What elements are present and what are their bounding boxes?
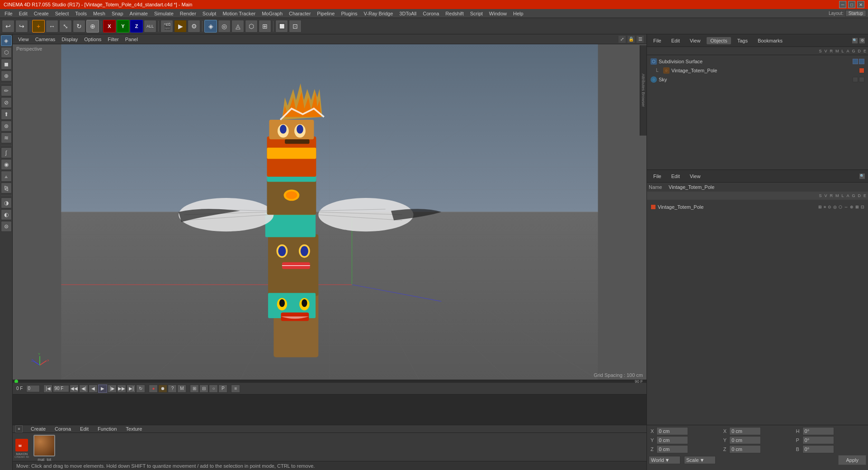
menu-simulate[interactable]: Simulate <box>151 10 176 17</box>
sky-check1[interactable] <box>853 77 858 82</box>
vp-menu-cameras[interactable]: Cameras <box>33 36 58 43</box>
snap-btn[interactable]: 🔲 <box>275 20 288 33</box>
next-frame-btn[interactable]: ▶▶ <box>117 385 126 393</box>
attr-tab-edit[interactable]: Edit <box>668 173 684 180</box>
menu-edit[interactable]: Edit <box>16 10 30 17</box>
menu-tools[interactable]: Tools <box>72 10 90 17</box>
tool-knife[interactable]: ⊘ <box>1 97 12 108</box>
menu-pipeline[interactable]: Pipeline <box>314 10 337 17</box>
attr-icon9[interactable]: ⊡ <box>861 205 864 209</box>
menu-script[interactable]: Script <box>467 10 486 17</box>
tool-points[interactable]: ⬡ <box>1 47 12 58</box>
scale-tool[interactable]: ⤡ <box>59 20 72 33</box>
frame-end-btn[interactable]: ▶| <box>127 385 136 393</box>
menu-plugins[interactable]: Plugins <box>338 10 360 17</box>
end-frame-input[interactable] <box>53 385 69 392</box>
tool-mirror[interactable]: ⧎ <box>1 183 12 193</box>
tool-bevel[interactable]: ⊛ <box>1 121 12 132</box>
tool-paint[interactable]: ✏ <box>1 85 12 96</box>
subdivision-mode-btn[interactable]: ⊞ <box>259 20 271 33</box>
x-pos-input[interactable] <box>656 427 688 435</box>
z-rot-input[interactable] <box>729 445 761 453</box>
minimize-button[interactable]: ─ <box>839 1 846 8</box>
panel-settings-icon[interactable]: ⚙ <box>859 38 865 44</box>
snap-pos-btn[interactable]: ⊟ <box>199 385 208 393</box>
object-mode-btn[interactable]: ◈ <box>204 20 217 33</box>
tool-bridge[interactable]: ≋ <box>1 132 12 143</box>
menu-help[interactable]: Help <box>510 10 526 17</box>
tool-magnet[interactable]: ⟁ <box>1 171 12 182</box>
material-panel-toggle[interactable]: ≡ <box>15 425 23 432</box>
tool-object[interactable]: ⊕ <box>1 70 12 81</box>
panel-tab-tags[interactable]: Tags <box>734 37 751 44</box>
menu-vray[interactable]: V-Ray Bridge <box>361 10 396 17</box>
all-axes-btn[interactable]: ALL <box>144 20 156 33</box>
loop-btn[interactable]: ↻ <box>136 385 145 393</box>
menu-file[interactable]: File <box>2 10 15 17</box>
menu-motion-tracker[interactable]: Motion Tracker <box>220 10 258 17</box>
vp-menu-display[interactable]: Display <box>59 36 80 43</box>
timeline-tracks[interactable] <box>13 395 646 425</box>
vp-menu-view[interactable]: View <box>15 36 32 43</box>
vp-menu-filter[interactable]: Filter <box>105 36 121 43</box>
z-axis-btn[interactable]: Z <box>130 20 143 33</box>
x-rot-input[interactable] <box>729 427 761 435</box>
search-icon[interactable]: 🔍 <box>852 38 858 44</box>
tool-extrude[interactable]: ⬆ <box>1 109 12 120</box>
mat-edit[interactable]: Edit <box>77 425 91 432</box>
subdiv-check1[interactable] <box>853 59 858 64</box>
tool-poly[interactable]: ◼ <box>1 59 12 70</box>
menu-mograph[interactable]: MoGraph <box>259 10 285 17</box>
attributes-browser-tab[interactable]: Attributes Browser <box>640 45 646 136</box>
render-settings-btn[interactable]: ⚙ <box>188 20 200 33</box>
play-btn[interactable]: ▶ <box>98 385 107 393</box>
menu-mesh[interactable]: Mesh <box>90 10 108 17</box>
attr-icon4[interactable]: ◎ <box>833 205 837 209</box>
panel-tab-bookmarks[interactable]: Bookmarks <box>754 37 786 44</box>
redo-button[interactable]: ↪ <box>15 20 28 33</box>
mat-function[interactable]: Function <box>95 425 119 432</box>
vp-menu-panel[interactable]: Panel <box>123 36 141 43</box>
next-key-btn[interactable]: |▶ <box>108 385 117 393</box>
prev-key-btn[interactable]: ◀| <box>79 385 88 393</box>
attr-icon5[interactable]: ⬡ <box>839 205 842 209</box>
obj-row-subdivision[interactable]: ⬡ Subdivision Surface <box>649 57 866 66</box>
menu-select[interactable]: Select <box>52 10 72 17</box>
attr-icon7[interactable]: ⊛ <box>850 205 854 209</box>
frame-input[interactable] <box>26 385 40 392</box>
attr-icon8[interactable]: ⊠ <box>855 205 859 209</box>
x-axis-btn[interactable]: X <box>103 20 116 33</box>
subdiv-check2[interactable] <box>859 59 864 64</box>
totem-material-swatch[interactable] <box>859 68 864 73</box>
sky-check2[interactable] <box>859 77 864 82</box>
menu-snap[interactable]: Snap <box>109 10 126 17</box>
grid-snap-btn[interactable]: ⊡ <box>289 20 302 33</box>
tool-relax[interactable]: ◐ <box>1 209 12 220</box>
live-select-tool[interactable]: + <box>32 20 45 33</box>
attr-search-icon[interactable]: 🔍 <box>859 173 865 179</box>
play-back-btn[interactable]: ◀ <box>89 385 98 393</box>
key-btn[interactable]: ? <box>168 385 177 393</box>
y-rot-input[interactable] <box>729 436 761 444</box>
snap-scale-btn[interactable]: P <box>218 385 227 393</box>
viewport-container[interactable]: View Cameras Display Options Filter Pane… <box>13 34 646 380</box>
maximize-button[interactable]: □ <box>848 1 855 8</box>
tool-sculpt[interactable]: ◑ <box>1 197 12 208</box>
tool-soft-select[interactable]: ◉ <box>1 159 12 170</box>
render-btn[interactable]: ▶ <box>174 20 187 33</box>
menu-redshift[interactable]: Redshift <box>443 10 466 17</box>
panel-tab-file[interactable]: File <box>650 37 665 44</box>
obj-row-totem[interactable]: L ○ Vintage_Totem_Pole <box>654 66 866 75</box>
vp-icon-options[interactable]: ☰ <box>637 36 644 43</box>
tool-selection[interactable]: ◈ <box>1 35 12 46</box>
attr-tab-file[interactable]: File <box>650 173 665 180</box>
attr-tab-view[interactable]: View <box>686 173 704 180</box>
y-axis-btn[interactable]: Y <box>117 20 129 33</box>
vp-icon-fullscreen[interactable]: ⤢ <box>618 36 626 43</box>
auto-key-btn[interactable]: ⏺ <box>158 385 167 393</box>
rotate-tool[interactable]: ↻ <box>73 20 85 33</box>
tool-spline[interactable]: ∫ <box>1 147 12 158</box>
transform-tool[interactable]: ⊕ <box>86 20 99 33</box>
undo-button[interactable]: ↩ <box>2 20 14 33</box>
menu-render[interactable]: Render <box>177 10 199 17</box>
